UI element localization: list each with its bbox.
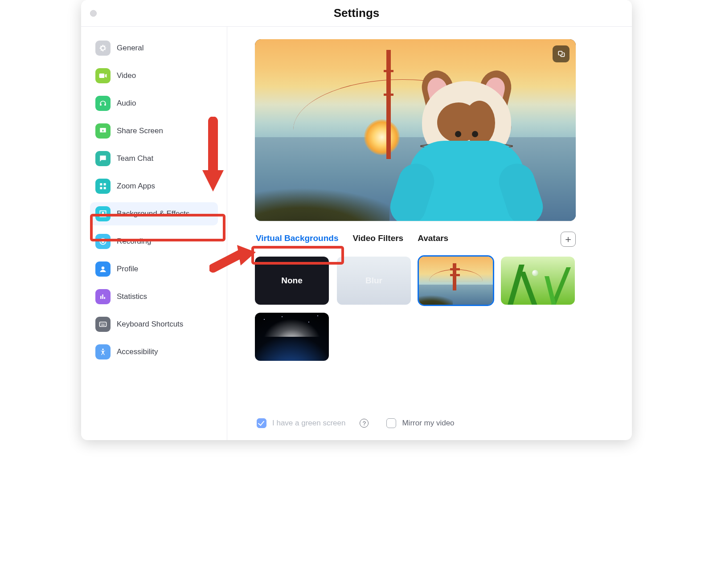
window-title: Settings <box>81 6 632 20</box>
svg-rect-4 <box>100 322 107 327</box>
svg-point-9 <box>102 349 103 350</box>
green-screen-checkbox[interactable] <box>257 418 266 428</box>
bar-chart-icon <box>95 289 111 304</box>
sidebar-item-label: Accessibility <box>117 347 158 356</box>
sidebar-item-zoom-apps[interactable]: Zoom Apps <box>90 175 218 198</box>
svg-point-0 <box>102 212 104 214</box>
tab-avatars[interactable]: Avatars <box>417 232 449 245</box>
sidebar-item-label: Video <box>117 71 136 80</box>
bg-option-label: Blur <box>365 276 382 286</box>
green-screen-help-icon[interactable]: ? <box>360 419 369 428</box>
sidebar-item-recording[interactable]: Recording <box>90 230 218 253</box>
keyboard-icon <box>95 317 111 332</box>
svg-point-7 <box>104 323 105 324</box>
sidebar-item-general[interactable]: General <box>90 37 218 60</box>
tab-video-filters[interactable]: Video Filters <box>352 232 404 245</box>
sidebar-item-label: Share Screen <box>117 127 163 135</box>
sidebar-item-share-screen[interactable]: Share Screen <box>90 119 218 143</box>
headphones-icon <box>95 96 111 111</box>
sidebar-item-label: Recording <box>117 237 152 246</box>
svg-point-2 <box>102 240 105 243</box>
mirror-video-checkbox[interactable] <box>386 418 396 428</box>
accessibility-icon <box>95 344 111 359</box>
sidebar-item-accessibility[interactable]: Accessibility <box>90 340 218 363</box>
rotate-camera-button[interactable] <box>553 45 570 62</box>
sidebar-item-audio[interactable]: Audio <box>90 92 218 115</box>
bg-option-earth[interactable] <box>255 313 329 361</box>
gear-icon <box>95 41 111 56</box>
green-screen-option[interactable]: I have a green screen <box>255 417 345 429</box>
bg-option-blur[interactable]: Blur <box>337 257 411 305</box>
main-panel: Virtual Backgrounds Video Filters Avatar… <box>227 27 632 440</box>
sidebar-item-label: Keyboard Shortcuts <box>117 320 183 329</box>
footer-options: I have a green screen ? Mirror my video <box>255 417 613 431</box>
sidebar-item-label: Profile <box>117 265 138 274</box>
sidebar-item-label: General <box>117 44 143 53</box>
window-traffic-lights[interactable] <box>90 10 97 16</box>
sidebar-item-label: Team Chat <box>117 154 153 163</box>
bg-option-grass[interactable] <box>501 257 575 305</box>
titlebar: Settings <box>81 0 632 27</box>
settings-sidebar: General Video Audio Share Screen <box>81 27 227 440</box>
bg-option-label: None <box>281 276 303 286</box>
background-thumbnails: None Blur <box>255 257 585 361</box>
sidebar-item-video[interactable]: Video <box>90 64 218 87</box>
svg-rect-10 <box>558 51 562 55</box>
record-icon <box>95 234 111 249</box>
mirror-video-label: Mirror my video <box>402 419 454 428</box>
sidebar-item-label: Statistics <box>117 292 147 301</box>
mirror-video-option[interactable]: Mirror my video <box>385 417 454 429</box>
profile-icon <box>95 261 111 277</box>
apps-icon <box>95 179 111 194</box>
sidebar-item-statistics[interactable]: Statistics <box>90 285 218 308</box>
green-screen-label: I have a green screen <box>272 419 345 428</box>
effects-tabs: Virtual Backgrounds Video Filters Avatar… <box>255 232 576 245</box>
video-preview <box>255 39 576 221</box>
sidebar-item-keyboard-shortcuts[interactable]: Keyboard Shortcuts <box>90 313 218 336</box>
sidebar-item-profile[interactable]: Profile <box>90 257 218 281</box>
sidebar-item-background-effects[interactable]: Background & Effects <box>90 202 218 225</box>
bg-option-none[interactable]: None <box>255 257 329 305</box>
share-screen-icon <box>95 123 111 139</box>
tab-virtual-backgrounds[interactable]: Virtual Backgrounds <box>255 232 339 245</box>
svg-point-6 <box>102 323 103 324</box>
svg-point-5 <box>101 323 102 324</box>
sidebar-item-label: Audio <box>117 99 136 108</box>
sidebar-item-team-chat[interactable]: Team Chat <box>90 147 218 170</box>
person-frame-icon <box>95 206 111 221</box>
video-icon <box>95 68 111 83</box>
svg-rect-8 <box>101 325 105 326</box>
svg-point-3 <box>102 266 105 270</box>
plus-icon: ＋ <box>563 234 573 244</box>
sidebar-item-label: Background & Effects <box>117 209 189 218</box>
add-background-button[interactable]: ＋ <box>561 232 576 247</box>
sidebar-item-label: Zoom Apps <box>117 182 155 191</box>
chat-icon <box>95 151 111 166</box>
bg-option-golden-gate[interactable] <box>419 257 493 305</box>
